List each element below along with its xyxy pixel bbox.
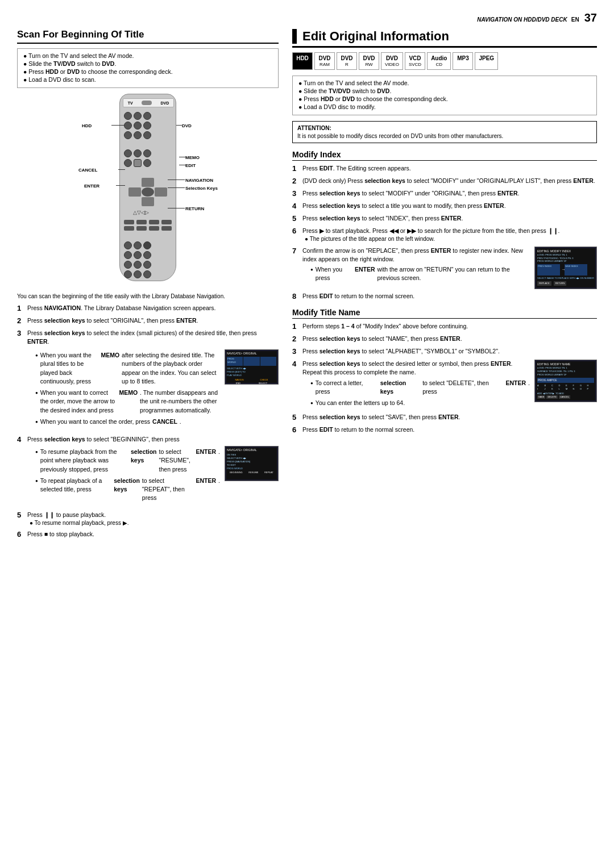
fmt-dvd-rw[interactable]: DVDRW (359, 52, 379, 70)
fmt-dvd-ram[interactable]: DVDRAM (314, 52, 335, 70)
right-intro-2: Slide the TV/DVD switch to DVD. (298, 87, 591, 94)
mi-step-8: 8 Press EDIT to return to the normal scr… (292, 292, 597, 302)
attention-title: ATTENTION: (297, 125, 592, 131)
fmt-dvd-r[interactable]: DVDR (337, 52, 357, 70)
cancel-label: CANCEL (78, 168, 97, 173)
arrow-keys: △▽◁▷ (133, 210, 149, 215)
mt-step-6: 6 Press EDIT to return to the normal scr… (292, 425, 597, 435)
mt-step-5: 5 Press selection keys to select "SAVE",… (292, 413, 597, 423)
edit-label: EDIT (185, 163, 196, 168)
fmt-audio-cd[interactable]: AudioCD (427, 52, 451, 70)
mi-step-4: 4 Press selection keys to select a title… (292, 202, 597, 211)
left-column: Scan For Beginning Of Title Turn on the … (17, 29, 279, 542)
right-section-title: Edit Original Information (292, 29, 597, 48)
fmt-dvd-video[interactable]: DVDVIDEO (381, 52, 403, 70)
left-step-1: 1 Press NAVIGATION. The Library Database… (17, 304, 279, 314)
fmt-jpeg[interactable]: JPEG (475, 52, 498, 70)
mi-step-7: 7 Confirm the arrow is on "REPLACE", the… (292, 247, 597, 289)
enter-label: ENTER (84, 183, 99, 189)
hdd-label: HDD (82, 123, 92, 128)
right-intro-box: Turn on the TV and select the AV mode. S… (292, 76, 597, 115)
right-intro-3: Press HDD or DVD to choose the correspon… (298, 95, 591, 102)
left-intro-3: Press HDD or DVD to choose the correspon… (23, 68, 272, 75)
scan-screen-1: NAVIGATE> ORIGINAL PROG WORLD SELECT WIT… (225, 349, 279, 385)
dvd-right-label: DVD (182, 123, 192, 128)
fmt-vcd[interactable]: VCDSVCD (405, 52, 425, 70)
format-bar: HDD DVDRAM DVDR DVDRW DVDVIDEO VCDSVCD A… (292, 52, 597, 70)
left-intro-2: Slide the TV/DVD switch to DVD. (23, 60, 272, 67)
remote-image: TV DVD HDD DVD CANCEL (17, 94, 279, 287)
return-label: RETURN (185, 206, 204, 211)
modify-index-screen: EDITING: MODIFY INDEX ● DVD: PROG WORLD … (534, 247, 597, 289)
mt-step-2: 2 Press selection keys to select "NAME",… (292, 335, 597, 344)
page-number: 37 (584, 11, 597, 24)
left-step-6: 6 Press ■ to stop playback. (17, 530, 279, 540)
left-intro-1: Turn on the TV and select the AV mode. (23, 52, 272, 59)
right-intro-4: Load a DVD disc to modify. (298, 103, 591, 110)
left-section-title: Scan For Beginning Of Title (17, 29, 279, 44)
left-steps: 1 Press NAVIGATION. The Library Database… (17, 304, 279, 540)
left-intro-4: Load a DVD disc to scan. (23, 76, 272, 83)
page-header: NAVIGATION ON HDD/DVD DECK EN 37 (17, 11, 597, 24)
mi-step-2: 2 (DVD deck only) Press selection keys t… (292, 177, 597, 186)
left-step-5: 5 Press ❙❙ to pause playback. ● To resum… (17, 511, 279, 528)
mt-step-3: 3 Press selection keys to select "ALPHAB… (292, 347, 597, 357)
modify-index-title: Modify Index (292, 150, 597, 161)
right-intro-1: Turn on the TV and select the AV mode. (298, 80, 591, 86)
attention-box: ATTENTION: It is not possible to modify … (292, 121, 597, 143)
navigation-label: NAVIGATION (185, 178, 213, 183)
fmt-hdd[interactable]: HDD (292, 52, 313, 70)
mt-step-1: 1 Perform steps 1 – 4 of "Modify Index" … (292, 322, 597, 332)
tv-label: TV (128, 101, 133, 105)
left-step-3: 3 Press selection keys to select the ind… (17, 329, 279, 432)
fmt-mp3[interactable]: MP3 (453, 52, 473, 70)
selection-keys-label: Selection Keys (185, 186, 218, 191)
scan-screen-2: NAVIGATE> ORIGINAL ON THIS SELECT WITH ◀… (225, 446, 279, 481)
memo-label: MEMO (185, 155, 200, 160)
mi-step-5: 5 Press selection keys to select "INDEX"… (292, 214, 597, 224)
left-intro-box: Turn on the TV and select the AV mode. S… (17, 48, 279, 88)
modify-index-steps: 1 Press EDIT. The Editing screen appears… (292, 164, 597, 301)
left-step-2: 2 Press selection keys to select "ORIGIN… (17, 316, 279, 326)
mi-step-3: 3 Press selection keys to select "MODIFY… (292, 189, 597, 199)
lang-label: EN (571, 16, 579, 23)
attention-text: It is not possible to modify discs recor… (297, 133, 592, 139)
dvd-label: DVD (161, 101, 169, 105)
nav-label: NAVIGATION ON HDD/DVD DECK (477, 16, 567, 23)
mi-step-6: 6 Press ▶ to start playback. Press ◀◀ or… (292, 227, 597, 244)
scan-note: You can scan the beginning of the title … (17, 293, 279, 301)
mt-step-4: 4 Press selection keys to select the des… (292, 360, 597, 410)
mi-step-1: 1 Press EDIT. The Editing screen appears… (292, 164, 597, 174)
modify-title-screen: EDITING: MODIFY NAME ● DVD: PROG WORLD T… (534, 360, 597, 402)
modify-title-title: Modify Title Name (292, 308, 597, 319)
modify-title-steps: 1 Perform steps 1 – 4 of "Modify Index" … (292, 322, 597, 435)
right-column: Edit Original Information HDD DVDRAM DVD… (292, 29, 597, 542)
left-step-4: 4 Press selection keys to select "BEGINN… (17, 435, 279, 508)
